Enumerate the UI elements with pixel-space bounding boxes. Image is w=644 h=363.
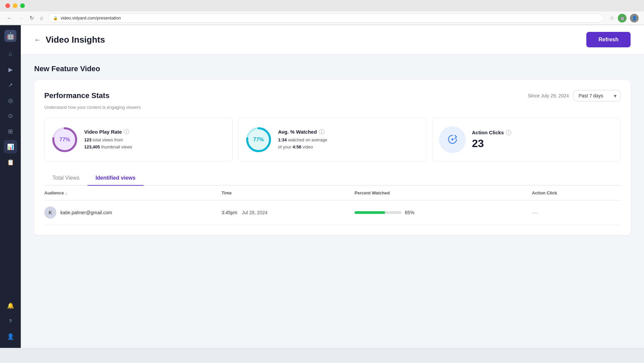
page-header: ← Video Insights Refresh: [21, 25, 644, 54]
close-window-button[interactable]: [5, 3, 10, 8]
sidebar-item-headset[interactable]: ◎: [4, 94, 17, 107]
app-layout: 🤖 ⌂ ▶ ↗ ◎ ⊙ ⊞ 📊 📋 🔔 ?: [0, 25, 644, 348]
minimize-window-button[interactable]: [13, 3, 17, 8]
nav-right: ☆ 🤖 👤: [610, 14, 639, 22]
page-title: Video Insights: [46, 35, 105, 45]
tab-identified-views[interactable]: Identified views: [88, 171, 144, 186]
sidebar-item-help[interactable]: ?: [4, 314, 17, 328]
avg-watched-circle: 77%: [245, 126, 272, 153]
headset-icon: ◎: [8, 97, 13, 104]
play-rate-label: Video Play Rate i: [84, 129, 226, 135]
sidebar-item-analytics[interactable]: 📊: [4, 140, 17, 153]
time-value: 3:45pm: [222, 210, 237, 215]
extension-icon[interactable]: 🤖: [618, 14, 627, 22]
analytics-icon: 📊: [7, 143, 14, 150]
action-clicks-icon: [439, 126, 466, 153]
home-icon: ⌂: [9, 51, 12, 57]
col-time: Time: [222, 190, 355, 195]
since-label: Since July 29, 2024: [528, 93, 569, 98]
forward-button[interactable]: →: [17, 14, 25, 22]
sidebar-item-docs[interactable]: 📋: [4, 155, 17, 169]
sidebar-item-profile[interactable]: 👤: [4, 330, 17, 343]
puzzle-icon: ⊞: [8, 128, 13, 135]
progress-bar-fill: [355, 211, 385, 214]
video-icon: ▶: [8, 66, 13, 73]
logo-icon: 🤖: [6, 32, 15, 40]
col-action-click: Action Click: [532, 190, 621, 195]
progress-bar: [355, 211, 401, 214]
url-text: video.vidyard.com/presentation: [61, 15, 121, 20]
play-rate-value: 77%: [59, 137, 70, 143]
browser-chrome: ← → ↻ ⌂ 🔒 video.vidyard.com/presentation…: [0, 0, 644, 25]
col-audience: Audience ↓: [44, 190, 222, 195]
sidebar-logo[interactable]: 🤖: [4, 30, 16, 42]
tab-total-views[interactable]: Total Views: [44, 171, 88, 186]
audience-email: katie.palmer@gmail.com: [60, 210, 112, 215]
sidebar-item-puzzle[interactable]: ⊞: [4, 125, 17, 138]
date-value: Jul 28, 2024: [242, 210, 267, 215]
play-rate-stat: 123 total views from 123,405 thumbnail v…: [84, 137, 226, 151]
avg-watched-info: Avg. % Watched i 1:34 watched on average…: [278, 129, 420, 151]
address-bar[interactable]: 🔒 video.vidyard.com/presentation: [48, 13, 604, 22]
bookmark-button[interactable]: ☆: [610, 15, 614, 21]
stats-card: Performance Stats Since July 29, 2024 Pa…: [34, 80, 631, 235]
avg-watched-info-icon[interactable]: i: [319, 129, 324, 134]
table-row: K katie.palmer@gmail.com 3:45pm Jul 28, …: [44, 200, 621, 225]
sidebar-item-video[interactable]: ▶: [4, 63, 17, 76]
time-cell: 3:45pm Jul 28, 2024: [222, 210, 355, 215]
help-icon: ?: [9, 318, 12, 324]
refresh-button[interactable]: Refresh: [586, 32, 631, 47]
main-content: ← Video Insights Refresh New Feature Vid…: [21, 25, 644, 348]
percent-cell: 65%: [355, 210, 532, 215]
period-select-wrapper[interactable]: Past 7 days Past 30 days Past 90 days Al…: [574, 90, 621, 101]
action-clicks-label: Action Clicks i: [472, 130, 613, 135]
action-clicks-info: Action Clicks i 23: [472, 130, 613, 150]
page-header-left: ← Video Insights: [34, 35, 105, 45]
back-button[interactable]: ←: [34, 36, 41, 44]
action-clicks-number: 23: [472, 137, 613, 150]
percent-label: 65%: [405, 210, 417, 215]
metric-card-avg-watched: 77% Avg. % Watched i 1:34 watched on ave…: [238, 118, 427, 162]
sidebar-item-home[interactable]: ⌂: [4, 47, 17, 61]
action-click-cell: —: [532, 209, 621, 216]
col-percent-watched: Percent Watched: [355, 190, 532, 195]
avg-watched-value: 77%: [253, 137, 264, 143]
sidebar-item-share[interactable]: ↗: [4, 78, 17, 92]
period-select[interactable]: Past 7 days Past 30 days Past 90 days Al…: [574, 90, 621, 101]
metrics-row: 77% Video Play Rate i 123 total views fr…: [44, 118, 621, 162]
sidebar-item-bell[interactable]: 🔔: [4, 299, 17, 312]
views-tabs: Total Views Identified views: [44, 171, 621, 186]
sidebar-item-bot[interactable]: ⊙: [4, 109, 17, 123]
stats-subtitle: Understand how your content is engaging …: [44, 105, 621, 110]
sidebar-bottom: 🔔 ? 👤: [4, 299, 17, 343]
play-rate-info: Video Play Rate i 123 total views from 1…: [84, 129, 226, 151]
views-table-header: Audience ↓ Time Percent Watched Action C…: [44, 186, 621, 200]
maximize-window-button[interactable]: [20, 3, 25, 8]
avg-watched-stat: 1:34 watched on average of your 4:56 vid…: [278, 137, 420, 151]
stats-header: Performance Stats Since July 29, 2024 Pa…: [44, 90, 621, 101]
sort-arrow-icon[interactable]: ↓: [65, 191, 67, 195]
docs-icon: 📋: [7, 159, 14, 166]
content-area: New Feature Video Performance Stats Sinc…: [21, 54, 644, 245]
reload-button[interactable]: ↻: [28, 13, 35, 22]
action-clicks-info-icon[interactable]: i: [506, 130, 511, 135]
play-rate-circle: 77%: [51, 126, 78, 153]
metric-card-play-rate: 77% Video Play Rate i 123 total views fr…: [44, 118, 233, 162]
home-button[interactable]: ⌂: [39, 14, 45, 22]
bot-icon: ⊙: [8, 112, 13, 120]
stats-header-right: Since July 29, 2024 Past 7 days Past 30 …: [528, 90, 621, 101]
user-avatar[interactable]: 👤: [630, 14, 639, 22]
browser-titlebar: [0, 0, 644, 11]
browser-nav: ← → ↻ ⌂ 🔒 video.vidyard.com/presentation…: [0, 11, 644, 25]
svg-point-6: [451, 138, 453, 140]
views-section: Total Views Identified views Audience ↓ …: [44, 171, 621, 225]
bell-icon: 🔔: [7, 302, 14, 309]
sidebar: 🤖 ⌂ ▶ ↗ ◎ ⊙ ⊞ 📊 📋 🔔 ?: [0, 25, 21, 348]
back-button[interactable]: ←: [5, 14, 13, 22]
stats-title: Performance Stats: [44, 91, 109, 100]
lock-icon: 🔒: [53, 16, 58, 20]
metric-card-action-clicks: Action Clicks i 23: [432, 118, 621, 162]
share-icon: ↗: [8, 82, 13, 89]
play-rate-info-icon[interactable]: i: [124, 129, 129, 134]
video-name: New Feature Video: [34, 64, 631, 73]
